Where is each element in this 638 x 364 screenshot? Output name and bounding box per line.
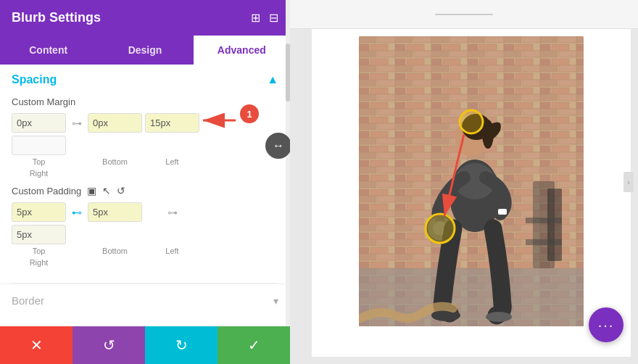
red-arrow-annotation xyxy=(196,106,239,135)
workout-image xyxy=(359,36,584,326)
image-area xyxy=(312,29,631,357)
tab-design[interactable]: Design xyxy=(96,36,193,65)
margin-labels: Top Bottom Left Right xyxy=(12,157,278,178)
tab-content[interactable]: Content xyxy=(0,36,96,65)
right-edge-arrow[interactable]: › xyxy=(624,172,634,192)
padding-inputs: ⊷ ⊶ xyxy=(12,202,278,244)
spacing-section: Spacing ▲ Custom Margin ⊶ xyxy=(0,65,290,283)
svg-rect-29 xyxy=(526,239,562,245)
settings-panel: Blurb Settings ⊞ ⊟ Content Design Advanc… xyxy=(0,0,290,364)
tabs-bar: Content Design Advanced xyxy=(0,36,290,65)
margin-inputs: ⊶ 1 xyxy=(12,113,278,155)
spacing-collapse-icon[interactable]: ▲ xyxy=(267,73,278,86)
top-bar-indicator xyxy=(435,14,493,15)
header-icons: ⊞ ⊟ xyxy=(251,11,278,25)
padding-labels: Top Bottom Left Right xyxy=(12,247,278,267)
resize-arrows-icon: ↔ xyxy=(273,139,284,152)
border-expand-icon[interactable]: ▾ xyxy=(273,295,278,307)
image-container xyxy=(359,36,584,329)
svg-point-22 xyxy=(460,110,483,133)
margin-right-input[interactable] xyxy=(12,136,66,155)
reset-button[interactable]: ↺ xyxy=(72,326,145,364)
padding-top-input[interactable] xyxy=(12,202,66,222)
bottom-toolbar: ✕ ↺ ↻ ✓ xyxy=(0,326,290,364)
border-title: Border xyxy=(12,294,44,307)
cursor-icon[interactable]: ↖ xyxy=(102,185,111,197)
svg-point-23 xyxy=(426,214,455,243)
margin-left-input[interactable] xyxy=(145,113,199,133)
border-section: Border ▾ xyxy=(0,284,290,317)
fab-button[interactable]: ··· xyxy=(589,307,624,342)
cancel-button[interactable]: ✕ xyxy=(0,326,72,364)
padding-bottom-input[interactable] xyxy=(88,202,142,222)
preview-panel: ··· › xyxy=(290,0,638,364)
padding-right-input[interactable] xyxy=(12,225,66,244)
padding-link-icon-2[interactable]: ⊶ xyxy=(145,207,199,218)
svg-rect-28 xyxy=(526,218,562,223)
badge-1: 1 xyxy=(240,104,259,123)
margin-top-input[interactable] xyxy=(12,113,66,133)
fab-dots-icon: ··· xyxy=(598,317,615,334)
panel-resize-handle[interactable]: ↔ xyxy=(265,133,290,159)
preview-top-bar xyxy=(290,0,638,29)
panel-title: Blurb Settings xyxy=(12,10,101,25)
padding-link-icon[interactable]: ⊷ xyxy=(69,207,85,218)
panel-content: Spacing ▲ Custom Margin ⊶ xyxy=(0,65,290,326)
border-header: Border ▾ xyxy=(12,294,278,307)
reset-icon[interactable]: ↺ xyxy=(117,185,125,197)
expand-icon[interactable]: ⊞ xyxy=(251,11,260,25)
save-button[interactable]: ✓ xyxy=(218,326,290,364)
svg-rect-27 xyxy=(547,189,562,261)
layout-icon[interactable]: ⊟ xyxy=(269,11,278,25)
tablet-icon[interactable]: ▣ xyxy=(87,185,96,197)
margin-link-icon[interactable]: ⊶ xyxy=(69,117,85,129)
panel-header: Blurb Settings ⊞ ⊟ xyxy=(0,0,290,36)
custom-padding-label: Custom Padding ▣ ↖ ↺ xyxy=(12,185,278,197)
margin-bottom-input[interactable] xyxy=(88,113,142,133)
spacing-header: Spacing ▲ xyxy=(12,73,278,86)
tab-advanced[interactable]: Advanced xyxy=(194,36,290,65)
redo-button[interactable]: ↻ xyxy=(145,326,218,364)
spacing-title: Spacing xyxy=(12,73,57,86)
